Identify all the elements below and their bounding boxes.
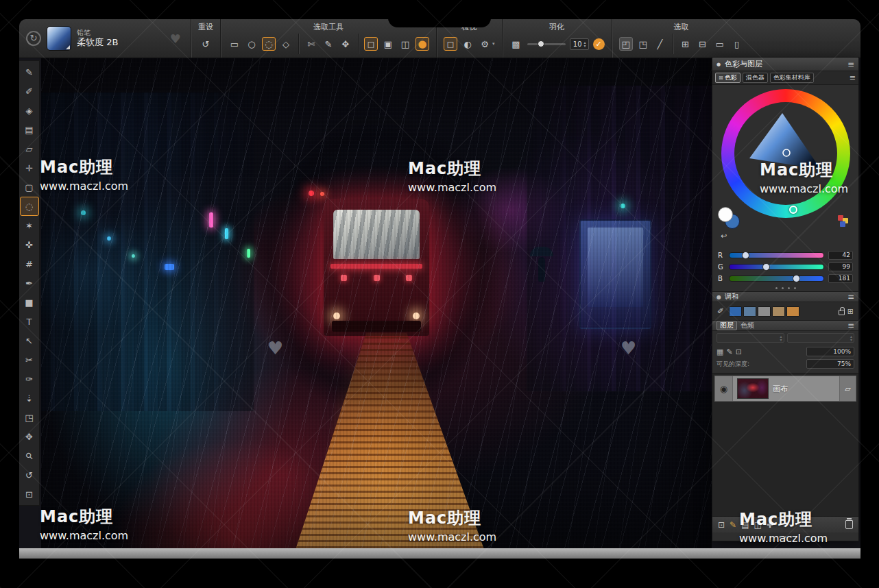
brush-preview[interactable]: [47, 26, 71, 51]
panel-drag-handle[interactable]: [712, 532, 858, 541]
oval-select-icon[interactable]: ○: [245, 37, 258, 51]
magnifier-tool[interactable]: ⚲: [20, 446, 39, 465]
red-value-field[interactable]: 42: [828, 251, 853, 260]
rect-select-icon[interactable]: ▭: [228, 37, 241, 51]
saturation-value-triangle[interactable]: [741, 109, 830, 198]
settings-gear-button[interactable]: ⚙ ▾: [478, 37, 495, 51]
navigator-tool[interactable]: ⊡: [20, 485, 39, 504]
transform-tool[interactable]: ✜: [20, 235, 39, 254]
lock-icon[interactable]: [839, 310, 845, 315]
text-tool[interactable]: T: [20, 312, 39, 331]
subtract-selection-icon[interactable]: ◫: [398, 37, 412, 51]
eyedropper-tool[interactable]: ✐: [20, 82, 39, 101]
layers-header[interactable]: 图层 色频 ≡: [712, 320, 858, 331]
blue-value-field[interactable]: 181: [828, 274, 853, 283]
red-slider[interactable]: [729, 252, 824, 258]
tab-mixer[interactable]: 混色器: [743, 73, 768, 83]
swap-colors-icon[interactable]: ↩: [721, 232, 727, 241]
blue-slider[interactable]: [729, 275, 824, 282]
g-slider-thumb[interactable]: [762, 263, 770, 271]
layer-row[interactable]: ◉ 画布 ▱: [714, 376, 856, 402]
polygon-lasso-icon[interactable]: ◇: [279, 37, 293, 51]
lasso-icon[interactable]: ◌: [262, 37, 276, 51]
harmony-header[interactable]: ● 调和 ≡: [712, 291, 858, 302]
magic-wand-tool[interactable]: ✶: [20, 216, 39, 235]
preview-sphere-icon[interactable]: ◐: [461, 37, 474, 51]
preserve-transparency-icon[interactable]: ▦: [717, 347, 723, 356]
hue-marker[interactable]: [789, 206, 797, 214]
hue-ring[interactable]: [721, 89, 850, 218]
active-color-icon[interactable]: ●: [416, 37, 429, 51]
harmony-swatch[interactable]: [786, 306, 799, 317]
opacity-field[interactable]: 100%: [806, 347, 854, 356]
eraser-tool[interactable]: ▱: [20, 139, 39, 158]
new-watercolor-layer-icon[interactable]: ▤: [741, 520, 749, 530]
harmony-swatch[interactable]: [729, 306, 742, 317]
grid-icon[interactable]: ⊞: [847, 307, 854, 316]
group-layers-icon[interactable]: ◫: [754, 520, 761, 530]
tab-layers[interactable]: 图层: [717, 321, 737, 330]
grabber-tool[interactable]: ✥: [20, 427, 39, 446]
marquee-mode-icon[interactable]: ◻: [364, 37, 378, 51]
brush-tool[interactable]: ✎: [20, 62, 39, 82]
color-palette-icon[interactable]: [838, 215, 852, 228]
transform-selection-icon[interactable]: ✥: [339, 37, 352, 51]
new-layer-icon[interactable]: ⊡: [718, 520, 725, 530]
crop-tool[interactable]: #: [20, 254, 39, 273]
border-selection-icon[interactable]: ▭: [713, 37, 727, 51]
main-additional-colors[interactable]: [718, 207, 741, 230]
spinner-arrows-icon[interactable]: ▴▾: [584, 40, 586, 47]
green-value-field[interactable]: 99: [828, 262, 853, 271]
visible-depth-field[interactable]: 75%: [806, 359, 854, 369]
shape-select-tool[interactable]: ↖: [20, 331, 39, 350]
b-slider-thumb[interactable]: [793, 275, 800, 282]
tab-color-sets[interactable]: 色彩集材料库: [770, 73, 814, 83]
r-slider-thumb[interactable]: [742, 252, 749, 259]
green-slider[interactable]: [729, 264, 824, 270]
canvas[interactable]: ♥ ♥: [41, 58, 712, 548]
feather-slider[interactable]: [527, 43, 566, 45]
composite-depth-select[interactable]: ▴▾: [787, 333, 855, 343]
layers-menu-icon[interactable]: ≡: [847, 321, 854, 330]
guide-tool[interactable]: ⇣: [20, 389, 39, 408]
draw-line-icon[interactable]: ╱: [653, 37, 667, 51]
visibility-eye-icon[interactable]: ◉: [715, 376, 733, 401]
dropper-sample-tool[interactable]: ✑: [20, 369, 39, 389]
feather-value[interactable]: 10: [573, 40, 582, 48]
harmony-swatch[interactable]: [758, 306, 771, 317]
brush-selector-icon[interactable]: ↻: [26, 31, 41, 46]
layer-adjuster-tool[interactable]: ✛: [20, 158, 39, 177]
smooth-selection-icon[interactable]: ▯: [730, 37, 744, 51]
reset-selection-icon[interactable]: ↺: [199, 37, 213, 51]
feather-value-spinner[interactable]: 10 ▴▾: [570, 38, 589, 50]
harmony-menu-icon[interactable]: ≡: [847, 292, 854, 302]
lasso-tool[interactable]: ◌: [20, 197, 39, 216]
harmony-swatch[interactable]: [772, 306, 785, 317]
tab-color[interactable]: ⊠ 色彩: [715, 73, 740, 83]
shape-tool[interactable]: ■: [20, 293, 39, 312]
favorite-heart-icon[interactable]: ♥: [170, 32, 181, 46]
layer-options-icon[interactable]: ▱: [839, 376, 856, 401]
transform-handles-icon[interactable]: ◰: [619, 37, 633, 51]
main-color-swatch[interactable]: [718, 207, 733, 222]
shrink-selection-icon[interactable]: ⊟: [696, 37, 710, 51]
layer-stack-icon[interactable]: ⊡: [736, 347, 742, 356]
paper-tool[interactable]: ▤: [20, 120, 39, 139]
tab-channels[interactable]: 色频: [740, 321, 754, 330]
knife-icon[interactable]: ✄: [304, 37, 318, 51]
pickup-underlying-icon[interactable]: ✎: [726, 347, 732, 356]
pen-tool[interactable]: ✒: [20, 273, 39, 293]
selection-brush-icon[interactable]: ✎: [322, 37, 335, 51]
perspective-grid-tool[interactable]: ◳: [20, 408, 39, 427]
paint-bucket-tool[interactable]: ◈: [20, 101, 39, 120]
rotate-page-tool[interactable]: ↺: [20, 465, 39, 485]
dynamic-plugins-icon[interactable]: ✎: [730, 520, 736, 530]
apply-check-button[interactable]: ✓: [593, 38, 605, 50]
add-layer-mask-icon[interactable]: ✚: [767, 520, 773, 530]
panel-collapse-icon[interactable]: ≡: [847, 60, 854, 69]
view-mode-icon[interactable]: ◻: [444, 37, 457, 51]
scissors-tool[interactable]: ✂: [20, 350, 39, 369]
harmony-swatch[interactable]: [743, 306, 756, 317]
tabs-menu-icon[interactable]: ≡: [850, 73, 856, 82]
rect-select-tool[interactable]: ▢: [20, 177, 39, 197]
